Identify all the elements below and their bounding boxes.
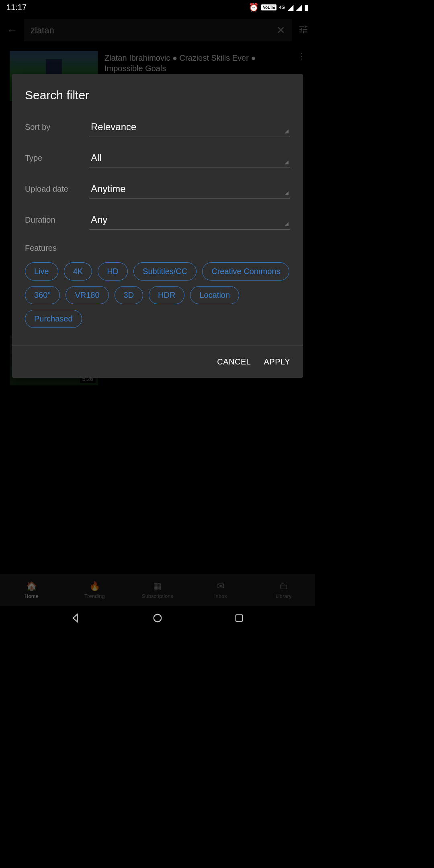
nav-inbox[interactable]: ✉ Inbox: [189, 574, 252, 606]
type-value: All: [91, 152, 102, 164]
feature-chips: Live 4K HD Subtitles/CC Creative Commons…: [25, 262, 290, 328]
features-section: Features Live 4K HD Subtitles/CC Creativ…: [12, 235, 303, 338]
sys-recent-icon[interactable]: [233, 612, 245, 624]
svg-point-0: [154, 614, 162, 622]
nav-trending[interactable]: 🔥 Trending: [63, 574, 126, 606]
filter-row-upload: Upload date Anytime: [12, 174, 303, 205]
nav-home[interactable]: 🏠 Home: [0, 574, 63, 606]
search-query: zlatan: [31, 25, 54, 36]
volte-badge: VoLTE: [261, 4, 276, 10]
type-label: Type: [25, 154, 89, 163]
dialog-actions: CANCEL APPLY: [12, 346, 303, 378]
battery-icon: ▮: [304, 2, 309, 12]
duration-dropdown[interactable]: Any: [89, 210, 290, 230]
upload-dropdown[interactable]: Anytime: [89, 179, 290, 199]
system-navigation: [0, 606, 315, 630]
upload-label: Upload date: [25, 184, 89, 194]
chip-live[interactable]: Live: [25, 262, 58, 280]
signal-icon: ◢: [287, 2, 293, 12]
dialog-title: Search filter: [12, 88, 303, 112]
apply-button[interactable]: APPLY: [264, 357, 291, 366]
status-icons: ⏰ VoLTE 4G ◢ ◢ ▮: [249, 2, 309, 12]
chip-hd[interactable]: HD: [98, 262, 128, 280]
sort-label: Sort by: [25, 123, 89, 132]
chip-3d[interactable]: 3D: [115, 286, 143, 304]
chip-4k[interactable]: 4K: [64, 262, 92, 280]
clock-time: 11:17: [6, 3, 27, 12]
type-dropdown[interactable]: All: [89, 148, 290, 168]
sort-dropdown[interactable]: Relevance: [89, 117, 290, 137]
library-icon: 🗀: [279, 581, 288, 592]
duration-value: Any: [91, 214, 107, 225]
chip-location[interactable]: Location: [190, 286, 239, 304]
chevron-down-icon: [285, 191, 289, 195]
chevron-down-icon: [285, 222, 289, 226]
chip-vr180[interactable]: VR180: [66, 286, 108, 304]
sys-home-icon[interactable]: [152, 612, 163, 624]
nav-subscriptions[interactable]: ▦ Subscriptions: [126, 574, 189, 606]
filter-row-type: Type All: [12, 143, 303, 174]
sort-value: Relevance: [91, 121, 136, 133]
signal-icon-2: ◢: [296, 2, 302, 12]
chevron-down-icon: [285, 129, 289, 133]
search-filter-dialog: Search filter Sort by Relevance Type All…: [12, 74, 303, 378]
chip-hdr[interactable]: HDR: [149, 286, 184, 304]
chevron-down-icon: [285, 160, 289, 164]
status-bar: 11:17 ⏰ VoLTE 4G ◢ ◢ ▮: [0, 0, 315, 14]
chip-purchased[interactable]: Purchased: [25, 310, 82, 328]
chip-creative-commons[interactable]: Creative Commons: [202, 262, 289, 280]
subscriptions-icon: ▦: [153, 581, 162, 592]
duration-label: Duration: [25, 215, 89, 225]
alarm-icon: ⏰: [249, 2, 259, 12]
filter-tune-icon[interactable]: [298, 24, 309, 37]
network-label: 4G: [279, 5, 285, 10]
home-icon: 🏠: [26, 581, 37, 592]
trending-icon: 🔥: [89, 581, 100, 592]
inbox-icon: ✉: [217, 581, 224, 592]
upload-value: Anytime: [91, 183, 126, 194]
video-title: Zlatan Ibrahimovic ● Craziest Skills Eve…: [104, 53, 291, 74]
chip-360[interactable]: 360°: [25, 286, 60, 304]
bottom-navigation: 🏠 Home 🔥 Trending ▦ Subscriptions ✉ Inbo…: [0, 574, 315, 606]
sys-back-icon[interactable]: [70, 612, 82, 624]
filter-row-sort: Sort by Relevance: [12, 112, 303, 143]
svg-rect-1: [236, 615, 242, 621]
filter-row-duration: Duration Any: [12, 205, 303, 235]
search-input[interactable]: zlatan ✕: [24, 19, 292, 41]
chip-subtitles[interactable]: Subtitles/CC: [133, 262, 197, 280]
cancel-button[interactable]: CANCEL: [217, 357, 251, 366]
search-header: ← zlatan ✕: [0, 14, 315, 46]
clear-icon[interactable]: ✕: [276, 24, 285, 37]
back-icon[interactable]: ←: [6, 24, 18, 37]
features-label: Features: [25, 244, 290, 253]
nav-library[interactable]: 🗀 Library: [252, 574, 315, 606]
